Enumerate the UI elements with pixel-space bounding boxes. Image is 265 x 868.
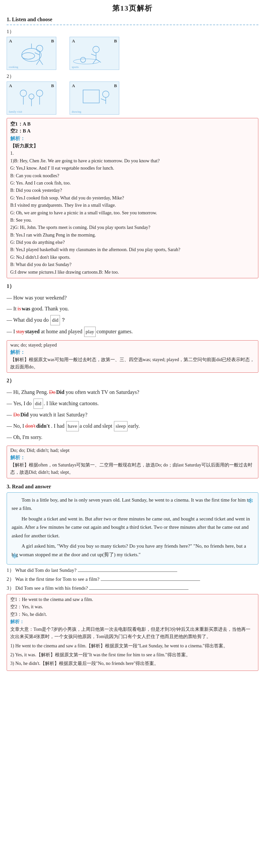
section2-answers-box: was; do; stayed; played 解析： 【解析】根据原文was可… (7, 340, 258, 373)
svg-text:sports: sports (71, 65, 79, 69)
dialogue2b-a1: — Yes, I do did . I like watching cartoo… (7, 399, 258, 409)
section3-jiexi-title: 解析： (10, 618, 255, 625)
section3-title: 3. Read and answer (7, 484, 258, 490)
tingli-line: 2)G: Hi, John. The sports meet is coming… (10, 224, 255, 231)
img-1a-label-b: B (50, 38, 55, 44)
section3-kong1: 空1：He went to the cinema and saw a film. (10, 596, 255, 603)
section2b-jiexi: 【解析】根据often，on Saturdays可知第一、二空用一般现在时态，故… (10, 462, 255, 476)
svg-text:family visit: family visit (9, 110, 22, 113)
img-1b: A sports B (70, 37, 119, 70)
passage-paragraph: A girl asked him, "Why did you buy so ma… (11, 542, 254, 559)
img-1b-label-a: A (71, 38, 76, 44)
img-1b-label-b: B (113, 38, 118, 44)
section1-answers: 空1：A B 空2：B A 解析： 【听力原文】 1.1)B: Hey, Che… (7, 118, 258, 278)
subsection1-images: A cooking B (7, 37, 258, 70)
passage-paragraph: Tom is a little boy, and he is only seve… (11, 496, 254, 513)
dialogue-q2: — What did you do did ？ (7, 315, 258, 326)
dialogue-q1: — How was your weekend? (7, 293, 258, 303)
subsection1-num: 1） (7, 29, 258, 35)
tingli-line: B:I visited my grandparents. They live i… (10, 202, 255, 209)
svg-rect-19 (7, 82, 56, 114)
tingli-line: B: Did you cook yesterday? (10, 187, 255, 194)
dialogue-a1: — It is was good. Thank you. (7, 304, 258, 314)
section1-tingli-title: 【听力原文】 (10, 143, 255, 150)
section3-questions: 1） What did Tom do last Sunday?2） Was it… (7, 567, 258, 591)
tingli-line: G: Yes. And I can cook fish, too. (10, 180, 255, 187)
subsection2-images: A family visit B A (7, 82, 258, 115)
dialogue2b-a2: — No, I don't didn't . I had have a cold… (7, 421, 258, 431)
tingli-line: B: Yes.I ran with Zhang Peng in the morm… (10, 231, 255, 239)
tingli-line: G: Did you do anything else? (10, 239, 255, 246)
dialogue-a2: — I stay stayed at home and played play … (7, 327, 258, 337)
question-line: 3） Did Tom see a film with his friends? (7, 585, 258, 591)
tingli-line: B: Can you cook noodles? (10, 172, 255, 180)
subsection2-num: 2） (7, 73, 258, 80)
section2b-dialogue: — Hi, Zhang Peng. Do Did you often watch… (7, 388, 258, 442)
tingli-line: G:I drew some pictures.I like drawing ca… (10, 269, 255, 276)
img-2b-label-a: A (71, 83, 76, 89)
section2-jiexi: 【解析】根据原文was可知用一般过去时态，故第一、三、四空选was; staye… (10, 356, 255, 371)
tingli-line: G: No,I didn't.I don't like sports. (10, 254, 255, 261)
section2b: 2） — Hi, Zhang Peng. Do Did you often wa… (7, 377, 258, 478)
tingli-line: B: What did you do last Sunday? (10, 261, 255, 268)
tingli-line: G: Yes,I know. And I' ll eat vegetable n… (10, 165, 255, 172)
section3-jiexi-summary: 文章大意：Tom是个7岁的小男孩，上周日他第一次去电影院看电影，但是才到3分钟后… (10, 626, 255, 641)
dialogue2b-q2: — Do Did you watch it last Saturday? (7, 410, 258, 420)
section2b-num: 2） (7, 377, 258, 384)
jiexi-detail: 3) No, he didn't.【解析】根据原文最后一段"No, no fri… (10, 660, 255, 667)
section3-answers-box: 空1：He went to the cinema and saw a film.… (7, 594, 258, 671)
img-2b: A drawing B (70, 82, 119, 115)
section1-tingli-content: 1.1)B: Hey, Chen Jie. We are going to ha… (10, 150, 255, 276)
section2: 1） — How was your weekend? — It is was g… (7, 283, 258, 373)
section3-kong2: 空2：Yes, it was. (10, 603, 255, 611)
img-2a-label-a: A (8, 83, 13, 89)
tingli-line: 1. (10, 150, 255, 157)
tingli-line: B: Yes,I played basketball with my class… (10, 246, 255, 253)
section1-kong2: 空2：B A (10, 128, 255, 134)
section3: 3. Read and answer Tom is a little boy, … (7, 484, 258, 671)
section1-title: 1. Listen and choose (7, 17, 258, 23)
section3-passage: Tom is a little boy, and he is only seve… (7, 492, 258, 565)
section2-jiexi-title: 解析： (10, 349, 255, 355)
svg-rect-10 (70, 37, 119, 69)
dialogue2b-q1: — Hi, Zhang Peng. Do Did you often watch… (7, 388, 258, 397)
img-2a-label-b: B (50, 83, 55, 89)
section3-kong3: 空3：No, he didn't. (10, 611, 255, 618)
section2-num: 1） (7, 283, 258, 290)
jiexi-detail: 2) Yes, it was.【解析】根据原文第一段"It was the fi… (10, 651, 255, 659)
section2b-answer-line: Do; do; Did; didn't; had; slept (10, 447, 255, 453)
svg-text:drawing: drawing (71, 110, 81, 113)
section2b-jiexi-title: 解析： (10, 455, 255, 461)
dialogue2b-a3: — Oh, I'm sorry. (7, 433, 258, 442)
question-line: 2） Was it the first time for Tom to see … (7, 576, 258, 582)
passage-paragraph: He bought a ticket and went in. But afte… (11, 515, 254, 540)
tingli-line: B: See you. (10, 217, 255, 224)
tingli-line: G: Yes.I cooked fish soup. What did you … (10, 194, 255, 202)
img-2a: A family visit B (7, 82, 56, 115)
section2b-answers-box: Do; do; Did; didn't; had; slept 解析： 【解析】… (7, 445, 258, 478)
img-2b-label-b: B (113, 83, 118, 89)
img-1a-label: A (8, 38, 13, 44)
page-title: 第13页解析 (7, 3, 258, 13)
section2-answer-line: was; do; stayed; played (10, 342, 255, 348)
section1-jiexi-title: 解析： (10, 135, 255, 142)
section2-dialogue: — How was your weekend? — It is was good… (7, 293, 258, 337)
svg-text:cooking: cooking (9, 65, 18, 69)
svg-rect-27 (70, 82, 119, 114)
tingli-line: 1)B: Hey, Chen Jie. We are going to have… (10, 157, 255, 165)
img-1a: A cooking B (7, 37, 56, 70)
section1: 1. Listen and choose 1） A (7, 17, 258, 278)
section3-jiexi-details: 1) He went to the cinema and saw a film.… (10, 642, 255, 667)
jiexi-detail: 1) He went to the cinema and saw a film.… (10, 642, 255, 650)
tingli-line: G: Oh, we are going to have a picnic in … (10, 209, 255, 217)
section1-kong1: 空1：A B (10, 121, 255, 127)
section1-divider (7, 25, 258, 25)
question-line: 1） What did Tom do last Sunday? (7, 567, 258, 574)
